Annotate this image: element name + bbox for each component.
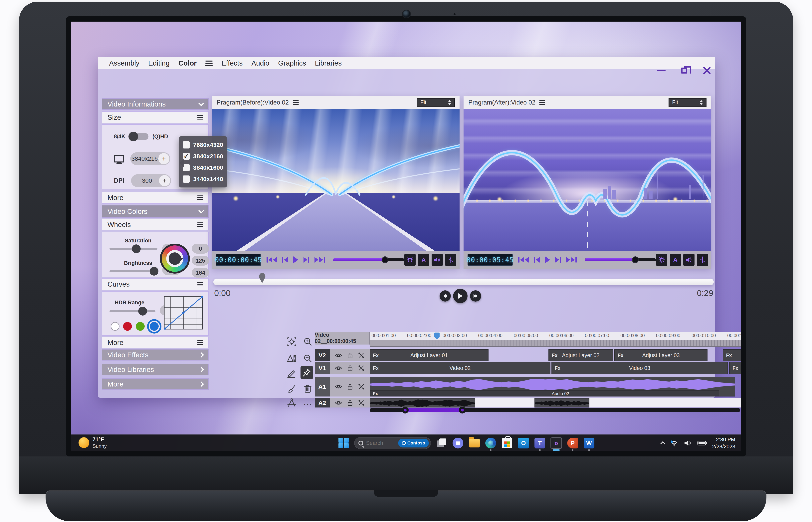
tools-icon[interactable] <box>358 383 364 390</box>
tool-zoom-out[interactable] <box>301 352 314 365</box>
tool-brush[interactable] <box>285 382 298 395</box>
video-before[interactable] <box>212 109 460 251</box>
hdr-range-slider[interactable] <box>109 310 156 313</box>
clip-video-02[interactable]: FxVideo 02 <box>370 362 550 374</box>
tool-select[interactable] <box>285 335 298 348</box>
wifi-security-icon[interactable] <box>670 440 678 447</box>
resolution-option[interactable]: 3440x1440 <box>183 173 223 185</box>
more-options-icon[interactable] <box>197 340 203 345</box>
visibility-icon[interactable] <box>335 353 342 358</box>
sequence-scrubber[interactable] <box>214 279 714 285</box>
taskbar-weather-widget[interactable]: 71°F Sunny <box>79 436 107 449</box>
outlook-button[interactable]: O <box>518 437 529 449</box>
contoso-badge[interactable]: Contoso <box>398 439 429 447</box>
more-options-icon[interactable] <box>197 196 203 200</box>
minimize-button[interactable] <box>655 65 667 76</box>
sidebar-item-more[interactable]: More <box>102 378 209 390</box>
visibility-icon[interactable] <box>335 384 342 389</box>
close-button[interactable] <box>701 65 713 76</box>
skip-end-button[interactable] <box>314 257 325 263</box>
taskbar-search[interactable]: Contoso <box>354 437 431 449</box>
tool-more[interactable]: … <box>301 395 314 408</box>
route-button[interactable] <box>697 254 708 266</box>
task-view-button[interactable] <box>436 437 447 449</box>
clip-audio-a2-1[interactable] <box>370 398 475 407</box>
timeline-tick-strip[interactable] <box>370 340 741 347</box>
track-id-v1[interactable]: V1 <box>315 362 330 374</box>
volume-button[interactable] <box>683 254 694 266</box>
visibility-icon[interactable] <box>335 366 342 370</box>
preview-progress-slider[interactable] <box>585 258 656 261</box>
dpi-expand-button[interactable]: + <box>159 175 170 186</box>
tool-delete[interactable] <box>301 382 314 395</box>
clip-audio-waveform[interactable]: Fx Audio 02 <box>370 377 735 397</box>
audio-02-strip[interactable]: Fx Audio 02 <box>370 390 719 396</box>
dpi-dropdown[interactable]: 300 + <box>131 174 171 187</box>
lock-open-icon[interactable] <box>347 383 353 390</box>
search-input[interactable] <box>366 440 395 446</box>
tools-icon[interactable] <box>358 400 364 406</box>
subtitle-button[interactable]: A <box>670 254 681 266</box>
window-titlebar[interactable] <box>98 57 715 84</box>
edge-button[interactable] <box>485 437 496 449</box>
next-frame-button[interactable] <box>555 257 561 263</box>
brightness-slider[interactable] <box>109 270 158 273</box>
range-handle-left[interactable] <box>402 407 409 414</box>
prev-frame-button[interactable] <box>282 257 288 263</box>
resolution-option[interactable]: 3840x1600 <box>183 162 223 173</box>
curve-channel-white[interactable] <box>111 322 120 331</box>
tool-pin[interactable] <box>301 366 313 379</box>
skip-end-button[interactable] <box>566 257 576 263</box>
battery-icon[interactable] <box>697 440 707 446</box>
next-frame-button[interactable] <box>304 257 309 263</box>
curve-channel-green[interactable] <box>136 322 145 331</box>
curves-grid[interactable] <box>164 296 203 329</box>
preview-progress-slider[interactable] <box>333 258 404 261</box>
volume-icon[interactable] <box>684 440 692 446</box>
sidebar-item-video-effects[interactable]: Video Effects <box>102 349 209 361</box>
fit-dropdown[interactable]: Fit <box>669 98 707 107</box>
volume-button[interactable] <box>431 254 443 266</box>
tool-compass[interactable] <box>285 396 298 409</box>
timeline-playhead-line[interactable] <box>437 339 438 408</box>
tool-ramp[interactable] <box>285 352 298 365</box>
panel-more-2[interactable]: More <box>102 337 209 348</box>
saturation-slider[interactable] <box>109 247 158 250</box>
track-id-v2[interactable]: V2 <box>315 349 330 361</box>
settings-button[interactable] <box>656 254 667 266</box>
range-handle-right[interactable] <box>459 407 466 414</box>
chat-button[interactable] <box>452 437 464 449</box>
play-button[interactable] <box>545 256 550 263</box>
lock-open-icon[interactable] <box>347 365 353 371</box>
curve-channel-blue[interactable] <box>150 322 159 331</box>
color-wheel[interactable] <box>160 244 190 274</box>
tray-expand-icon[interactable] <box>661 441 665 446</box>
restore-button[interactable] <box>678 65 690 76</box>
checkbox[interactable] <box>183 141 189 148</box>
preview-options-icon[interactable] <box>293 100 299 105</box>
resolution-dropdown[interactable]: 3840x2160 + <box>130 152 170 165</box>
play-button-main[interactable] <box>453 289 468 303</box>
video-editor-button[interactable]: » <box>550 437 562 449</box>
track-id-a1[interactable]: A1 <box>315 377 330 397</box>
clock[interactable]: 2:30 PM 2/28/2023 <box>712 436 735 450</box>
tools-icon[interactable] <box>358 365 364 371</box>
forward-button[interactable] <box>470 290 481 302</box>
lock-icon[interactable] <box>347 400 353 406</box>
checkbox-checked[interactable]: ✓ <box>183 153 189 160</box>
tool-zoom-in[interactable] <box>301 335 314 348</box>
clip-audio-a2-2[interactable] <box>534 398 589 407</box>
track-id-a2[interactable]: A2 <box>315 398 330 407</box>
panel-wheels-header[interactable]: Wheels <box>102 219 209 230</box>
curve-channel-red[interactable] <box>123 322 132 331</box>
subtitle-button[interactable]: A <box>418 254 429 266</box>
resolution-option[interactable]: 7680x4320 <box>183 139 223 150</box>
prev-frame-button[interactable] <box>534 257 540 263</box>
lock-icon[interactable] <box>347 352 353 359</box>
timeline-ruler[interactable]: 00:00:01:00 00:00:02:00 00:00:03:00 00:0… <box>370 332 741 340</box>
route-button[interactable] <box>445 254 456 266</box>
word-button[interactable]: W <box>583 437 595 449</box>
panel-video-informations[interactable]: Video Informations <box>102 98 209 110</box>
sidebar-item-video-libraries[interactable]: Video Libraries <box>102 364 209 375</box>
panel-curves-header[interactable]: Curves <box>102 278 209 290</box>
